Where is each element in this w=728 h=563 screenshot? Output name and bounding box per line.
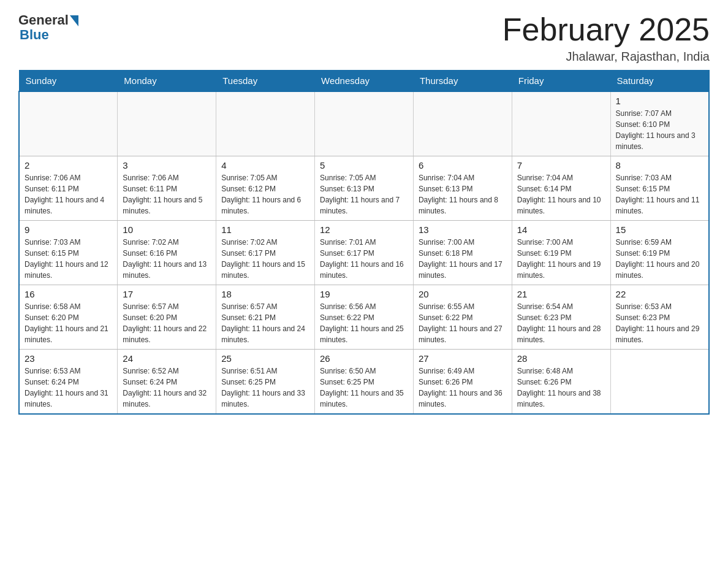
calendar-cell: 19Sunrise: 6:56 AMSunset: 6:22 PMDayligh… xyxy=(315,285,414,350)
calendar-cell xyxy=(413,91,512,156)
day-number: 2 xyxy=(25,160,112,170)
day-info: Sunrise: 6:49 AMSunset: 6:26 PMDaylight:… xyxy=(419,366,507,410)
page-title: February 2025 xyxy=(502,12,710,47)
logo-triangle-icon xyxy=(70,15,78,26)
calendar-cell: 23Sunrise: 6:53 AMSunset: 6:24 PMDayligh… xyxy=(19,350,118,415)
day-info: Sunrise: 6:54 AMSunset: 6:23 PMDaylight:… xyxy=(517,301,605,345)
day-info: Sunrise: 6:57 AMSunset: 6:21 PMDaylight:… xyxy=(221,301,309,345)
day-info: Sunrise: 7:04 AMSunset: 6:13 PMDaylight:… xyxy=(419,172,507,216)
calendar-week-row: 2Sunrise: 7:06 AMSunset: 6:11 PMDaylight… xyxy=(19,156,709,221)
day-info: Sunrise: 6:48 AMSunset: 6:26 PMDaylight:… xyxy=(517,366,605,410)
calendar-cell: 15Sunrise: 6:59 AMSunset: 6:19 PMDayligh… xyxy=(610,221,709,285)
day-info: Sunrise: 7:06 AMSunset: 6:11 PMDaylight:… xyxy=(123,172,211,216)
day-number: 6 xyxy=(419,160,507,170)
day-info: Sunrise: 7:02 AMSunset: 6:17 PMDaylight:… xyxy=(221,237,309,281)
day-number: 15 xyxy=(616,224,703,235)
calendar-cell: 14Sunrise: 7:00 AMSunset: 6:19 PMDayligh… xyxy=(512,221,610,285)
calendar-week-row: 16Sunrise: 6:58 AMSunset: 6:20 PMDayligh… xyxy=(19,285,709,350)
calendar-week-row: 9Sunrise: 7:03 AMSunset: 6:15 PMDaylight… xyxy=(19,221,709,285)
calendar-cell: 18Sunrise: 6:57 AMSunset: 6:21 PMDayligh… xyxy=(216,285,315,350)
calendar-cell: 12Sunrise: 7:01 AMSunset: 6:17 PMDayligh… xyxy=(315,221,414,285)
day-number: 18 xyxy=(221,289,309,299)
calendar-cell: 4Sunrise: 7:05 AMSunset: 6:12 PMDaylight… xyxy=(216,156,315,221)
day-info: Sunrise: 7:00 AMSunset: 6:19 PMDaylight:… xyxy=(517,237,605,281)
calendar-header-saturday: Saturday xyxy=(610,71,709,92)
day-number: 28 xyxy=(517,353,605,364)
calendar-cell: 3Sunrise: 7:06 AMSunset: 6:11 PMDaylight… xyxy=(118,156,216,221)
day-number: 24 xyxy=(123,353,211,364)
day-number: 13 xyxy=(419,224,507,235)
day-number: 17 xyxy=(123,289,211,299)
calendar-header-sunday: Sunday xyxy=(19,71,118,92)
calendar-cell: 1Sunrise: 7:07 AMSunset: 6:10 PMDaylight… xyxy=(610,91,709,156)
day-info: Sunrise: 7:06 AMSunset: 6:11 PMDaylight:… xyxy=(25,172,112,216)
day-number: 9 xyxy=(25,224,112,235)
day-number: 3 xyxy=(123,160,211,170)
day-number: 19 xyxy=(320,289,408,299)
calendar-cell: 22Sunrise: 6:53 AMSunset: 6:23 PMDayligh… xyxy=(610,285,709,350)
calendar-cell: 9Sunrise: 7:03 AMSunset: 6:15 PMDaylight… xyxy=(19,221,118,285)
calendar-cell xyxy=(315,91,414,156)
day-info: Sunrise: 6:58 AMSunset: 6:20 PMDaylight:… xyxy=(25,301,112,345)
calendar-header-tuesday: Tuesday xyxy=(216,71,315,92)
day-info: Sunrise: 7:02 AMSunset: 6:16 PMDaylight:… xyxy=(123,237,211,281)
day-info: Sunrise: 7:05 AMSunset: 6:12 PMDaylight:… xyxy=(221,172,309,216)
calendar-cell xyxy=(216,91,315,156)
day-number: 25 xyxy=(221,353,309,364)
calendar-header-wednesday: Wednesday xyxy=(315,71,414,92)
day-info: Sunrise: 7:07 AMSunset: 6:10 PMDaylight:… xyxy=(616,108,703,152)
day-info: Sunrise: 6:52 AMSunset: 6:24 PMDaylight:… xyxy=(123,366,211,410)
day-info: Sunrise: 6:55 AMSunset: 6:22 PMDaylight:… xyxy=(419,301,507,345)
day-info: Sunrise: 7:04 AMSunset: 6:14 PMDaylight:… xyxy=(517,172,605,216)
calendar-cell: 27Sunrise: 6:49 AMSunset: 6:26 PMDayligh… xyxy=(413,350,512,415)
calendar-cell: 5Sunrise: 7:05 AMSunset: 6:13 PMDaylight… xyxy=(315,156,414,221)
calendar-cell: 7Sunrise: 7:04 AMSunset: 6:14 PMDaylight… xyxy=(512,156,610,221)
day-number: 16 xyxy=(25,289,112,299)
day-number: 26 xyxy=(320,353,408,364)
calendar-header-thursday: Thursday xyxy=(413,71,512,92)
title-section: February 2025 Jhalawar, Rajasthan, India xyxy=(502,12,710,64)
day-number: 4 xyxy=(221,160,309,170)
day-info: Sunrise: 6:56 AMSunset: 6:22 PMDaylight:… xyxy=(320,301,408,345)
day-info: Sunrise: 6:53 AMSunset: 6:24 PMDaylight:… xyxy=(25,366,112,410)
day-number: 12 xyxy=(320,224,408,235)
logo: General Blue xyxy=(18,12,78,43)
day-info: Sunrise: 6:53 AMSunset: 6:23 PMDaylight:… xyxy=(616,301,703,345)
day-number: 27 xyxy=(419,353,507,364)
day-info: Sunrise: 7:05 AMSunset: 6:13 PMDaylight:… xyxy=(320,172,408,216)
calendar-week-row: 23Sunrise: 6:53 AMSunset: 6:24 PMDayligh… xyxy=(19,350,709,415)
calendar-cell: 17Sunrise: 6:57 AMSunset: 6:20 PMDayligh… xyxy=(118,285,216,350)
day-info: Sunrise: 6:51 AMSunset: 6:25 PMDaylight:… xyxy=(221,366,309,410)
day-info: Sunrise: 6:50 AMSunset: 6:25 PMDaylight:… xyxy=(320,366,408,410)
day-number: 10 xyxy=(123,224,211,235)
day-info: Sunrise: 7:01 AMSunset: 6:17 PMDaylight:… xyxy=(320,237,408,281)
calendar-header-friday: Friday xyxy=(512,71,610,92)
page-header: General Blue February 2025 Jhalawar, Raj… xyxy=(18,12,710,64)
day-info: Sunrise: 6:57 AMSunset: 6:20 PMDaylight:… xyxy=(123,301,211,345)
day-number: 11 xyxy=(221,224,309,235)
day-number: 7 xyxy=(517,160,605,170)
calendar-cell: 10Sunrise: 7:02 AMSunset: 6:16 PMDayligh… xyxy=(118,221,216,285)
day-number: 23 xyxy=(25,353,112,364)
day-number: 21 xyxy=(517,289,605,299)
logo-general-text: General xyxy=(18,12,69,28)
day-info: Sunrise: 6:59 AMSunset: 6:19 PMDaylight:… xyxy=(616,237,703,281)
calendar-cell: 24Sunrise: 6:52 AMSunset: 6:24 PMDayligh… xyxy=(118,350,216,415)
day-number: 8 xyxy=(616,160,703,170)
logo-blue-text: Blue xyxy=(20,27,49,43)
calendar-cell: 16Sunrise: 6:58 AMSunset: 6:20 PMDayligh… xyxy=(19,285,118,350)
calendar-cell: 25Sunrise: 6:51 AMSunset: 6:25 PMDayligh… xyxy=(216,350,315,415)
calendar-cell: 11Sunrise: 7:02 AMSunset: 6:17 PMDayligh… xyxy=(216,221,315,285)
calendar-cell xyxy=(118,91,216,156)
calendar-header-monday: Monday xyxy=(118,71,216,92)
day-number: 20 xyxy=(419,289,507,299)
day-info: Sunrise: 7:03 AMSunset: 6:15 PMDaylight:… xyxy=(25,237,112,281)
day-info: Sunrise: 7:03 AMSunset: 6:15 PMDaylight:… xyxy=(616,172,703,216)
day-number: 22 xyxy=(616,289,703,299)
calendar-header-row: SundayMondayTuesdayWednesdayThursdayFrid… xyxy=(19,71,709,92)
calendar-cell: 26Sunrise: 6:50 AMSunset: 6:25 PMDayligh… xyxy=(315,350,414,415)
calendar-cell: 13Sunrise: 7:00 AMSunset: 6:18 PMDayligh… xyxy=(413,221,512,285)
page-subtitle: Jhalawar, Rajasthan, India xyxy=(502,50,710,64)
calendar-cell xyxy=(512,91,610,156)
calendar-cell: 2Sunrise: 7:06 AMSunset: 6:11 PMDaylight… xyxy=(19,156,118,221)
